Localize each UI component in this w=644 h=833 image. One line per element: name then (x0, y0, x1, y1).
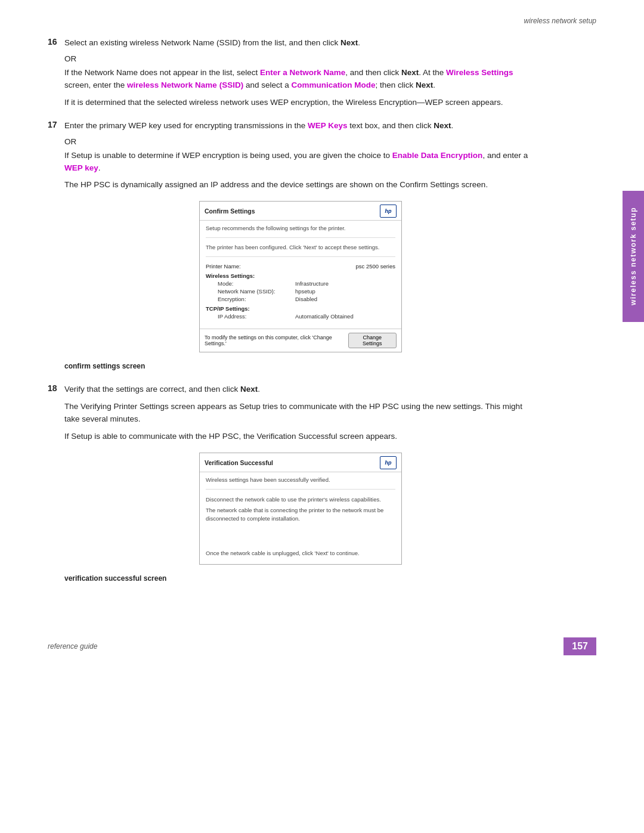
verif-subtitle: Wireless settings have been successfully… (206, 476, 395, 483)
change-settings-button[interactable]: Change Settings (348, 333, 397, 348)
step-17-or: OR (64, 137, 537, 146)
footer-reference: reference guide (48, 642, 97, 651)
wireless-network-name-link: wireless Network Name (SSID) (127, 80, 243, 89)
encryption-value: Disabled (295, 296, 317, 302)
tcpip-details: IP Address: Automatically Obtained (218, 313, 395, 320)
step-16-p2: If the Network Name does not appear in t… (64, 67, 537, 92)
side-tab-label: wireless network setup (629, 207, 637, 305)
communication-mode-link: Communication Mode (291, 80, 375, 89)
wep-keys-link: WEP Keys (308, 121, 348, 130)
confirm-configured-msg: The printer has been configured. Click '… (206, 244, 395, 250)
ip-address-row: IP Address: Automatically Obtained (218, 313, 395, 320)
wep-key-link: WEP key (64, 163, 98, 172)
step-18-p3: If Setup is able to communicate with the… (64, 431, 537, 443)
step-17-p2: If Setup is unable to determine if WEP e… (64, 150, 537, 175)
wireless-settings-link: Wireless Settings (446, 68, 513, 77)
verification-caption: verification successful screen (64, 574, 537, 583)
header-text: wireless network setup (524, 17, 596, 25)
network-name-value: hpsetup (295, 288, 315, 295)
page-header: wireless network setup (0, 0, 644, 31)
mode-row: Mode: Infrastructure (218, 280, 395, 287)
step-18-content: Verify that the settings are correct, an… (64, 383, 537, 590)
enter-network-name-link: Enter a Network Name (260, 68, 345, 77)
verif-title: Verification Successful (205, 459, 273, 466)
next-bold-3: Next (416, 80, 433, 89)
tcpip-section: TCP/IP Settings: (206, 305, 395, 312)
verif-spacer (206, 525, 395, 549)
verif-line3: Once the network cable is unplugged, cli… (206, 549, 395, 557)
step-17-p1: Enter the primary WEP key used for encry… (64, 120, 537, 132)
enable-data-encryption-link: Enable Data Encryption (392, 151, 483, 160)
confirm-footer: To modify the settings on this computer,… (200, 329, 401, 352)
confirm-titlebar: Confirm Settings hp (200, 202, 401, 221)
mode-label: Mode: (218, 280, 295, 287)
step-17: 17 Enter the primary WEP key used for en… (48, 120, 537, 378)
confirm-footer-text: To modify the settings on this computer,… (205, 335, 348, 346)
side-tab: wireless network setup (623, 191, 644, 322)
page-footer: reference guide 157 (0, 631, 644, 661)
step-17-number: 17 (48, 120, 64, 129)
next-bold-2: Next (401, 68, 419, 77)
step-17-content: Enter the primary WEP key used for encry… (64, 120, 537, 378)
ip-address-label: IP Address: (218, 313, 295, 320)
next-bold-1: Next (340, 38, 358, 47)
confirm-title: Confirm Settings (205, 208, 255, 215)
confirm-body: Setup recommends the following settings … (200, 221, 401, 325)
verif-line2: The network cable that is connecting the… (206, 506, 395, 522)
wireless-settings-section: Wireless Settings: (206, 272, 395, 279)
main-content: 16 Select an existing wireless Network N… (0, 31, 584, 620)
confirm-caption: confirm settings screen (64, 362, 537, 370)
network-name-row: Network Name (SSID): hpsetup (218, 288, 395, 295)
printer-name-value: psc 2500 series (355, 263, 395, 270)
hp-logo-confirm: hp (380, 205, 397, 218)
encryption-label: Encryption: (218, 296, 295, 302)
printer-name-row: Printer Name: psc 2500 series (206, 263, 395, 270)
verif-line1: Disconnect the network cable to use the … (206, 496, 395, 503)
page-number: 157 (564, 637, 596, 655)
step-16: 16 Select an existing wireless Network N… (48, 37, 537, 114)
step-16-number: 16 (48, 37, 64, 47)
hp-logo-verif: hp (380, 456, 397, 469)
ip-address-value: Automatically Obtained (295, 313, 354, 320)
step-17-p3: The HP PSC is dynamically assigned an IP… (64, 179, 537, 191)
next-bold-4: Next (434, 121, 451, 130)
printer-name-label: Printer Name: (206, 263, 241, 270)
verification-screenshot: Verification Successful hp Wireless sett… (199, 453, 402, 565)
step-18: 18 Verify that the settings are correct,… (48, 383, 537, 590)
encryption-row: Encryption: Disabled (218, 296, 395, 302)
verif-titlebar: Verification Successful hp (200, 453, 401, 472)
step-16-content: Select an existing wireless Network Name… (64, 37, 537, 114)
verif-body: Wireless settings have been successfully… (200, 472, 401, 564)
step-16-or1: OR (64, 54, 537, 63)
step-18-p2: The Verifying Printer Settings screen ap… (64, 401, 537, 426)
step-18-p1: Verify that the settings are correct, an… (64, 383, 537, 396)
step-16-p3: If it is determined that the selected wi… (64, 97, 537, 109)
step-16-p1: Select an existing wireless Network Name… (64, 37, 537, 49)
confirm-settings-screenshot: Confirm Settings hp Setup recommends the… (199, 201, 402, 352)
confirm-subtitle: Setup recommends the following settings … (206, 225, 395, 231)
step-18-number: 18 (48, 383, 64, 393)
next-bold-5: Next (240, 385, 258, 394)
mode-value: Infrastructure (295, 280, 329, 287)
network-name-label: Network Name (SSID): (218, 288, 295, 295)
wireless-details: Mode: Infrastructure Network Name (SSID)… (218, 280, 395, 302)
